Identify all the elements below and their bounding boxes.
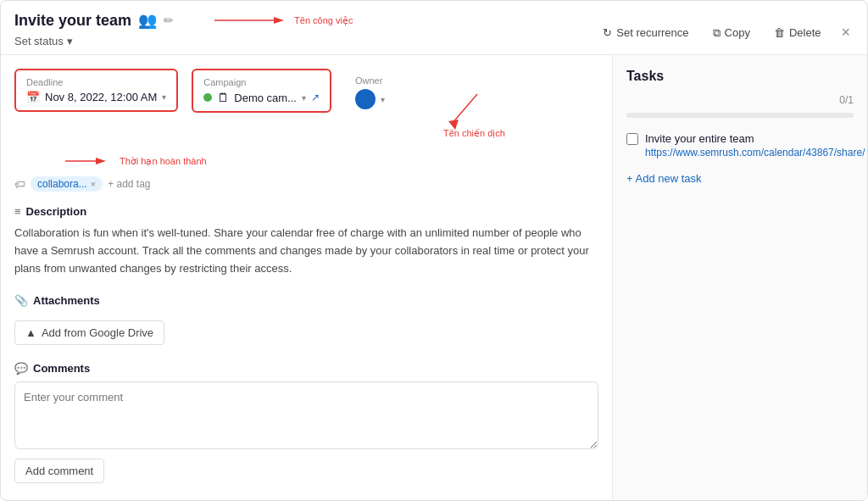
add-tag-button[interactable]: + add tag	[108, 178, 150, 190]
chevron-down-icon: ▾	[67, 35, 73, 47]
attachments-header: 📎 Attachments	[14, 294, 598, 307]
meta-row: Deadline 📅 Nov 8, 2022, 12:00 AM ▾ Campa…	[14, 69, 598, 139]
comment-icon: 💬	[14, 362, 28, 375]
close-button[interactable]: ×	[837, 20, 854, 45]
svg-line-2	[452, 94, 477, 124]
header-left: Invite your team 👥 ✏ Tên công việc Set s…	[14, 11, 353, 54]
recurrence-icon: ↻	[603, 26, 612, 39]
tag-icon: 🏷	[14, 178, 25, 191]
description-text: Collaboration is fun when it's well-tune…	[14, 225, 598, 277]
tag-remove-button[interactable]: ×	[91, 179, 96, 189]
description-section: ≡ Description Collaboration is fun when …	[14, 205, 598, 277]
comments-header: 💬 Comments	[14, 362, 598, 375]
tasks-title: Tasks	[626, 69, 854, 84]
campaign-value[interactable]: 🗒 Demo cam... ▾ ↗	[203, 91, 320, 104]
campaign-field: Campaign 🗒 Demo cam... ▾ ↗	[192, 69, 331, 113]
header-right: ↻ Set recurrence ⧉ Copy 🗑 Delete ×	[596, 20, 854, 45]
description-header: ≡ Description	[14, 205, 598, 218]
campaign-chevron-icon: ▾	[302, 93, 306, 103]
task-link[interactable]: https://www.semrush.com/calendar/43867/s…	[645, 147, 865, 159]
add-comment-button[interactable]: Add comment	[14, 459, 104, 483]
annotation-deadline-container: Thời hạn hoàn thành	[65, 153, 598, 170]
status-row: Set status ▾	[14, 33, 353, 54]
campaign-emoji: 🗒	[217, 91, 229, 104]
task-text: Invite your entire team	[645, 131, 865, 147]
title-row: Invite your team 👥 ✏ Tên công việc	[14, 11, 353, 30]
modal-container: Invite your team 👥 ✏ Tên công việc Set s…	[0, 0, 868, 501]
avatar	[355, 89, 376, 109]
progress-bar-container	[626, 113, 854, 118]
calendar-icon: 📅	[26, 91, 40, 103]
copy-button[interactable]: ⧉ Copy	[706, 23, 757, 43]
annotation-arrow-deadline	[65, 153, 116, 170]
trash-icon: 🗑	[774, 26, 785, 39]
task-checkbox[interactable]	[626, 133, 638, 145]
svg-marker-5	[96, 158, 106, 164]
external-link-icon[interactable]: ↗	[311, 92, 320, 103]
paperclip-icon: 📎	[14, 294, 28, 307]
right-panel: Tasks 0/1 Invite your entire team https:…	[613, 55, 867, 500]
deadline-chevron-icon: ▾	[162, 92, 166, 102]
green-status-dot	[203, 93, 212, 102]
copy-icon: ⧉	[713, 26, 721, 40]
tags-row: 🏷 collabora... × + add tag	[14, 176, 598, 192]
add-google-drive-button[interactable]: ▲ Add from Google Drive	[14, 320, 164, 345]
modal-body: Deadline 📅 Nov 8, 2022, 12:00 AM ▾ Campa…	[1, 55, 867, 500]
task-item: Invite your entire team https://www.semr…	[626, 131, 854, 159]
modal-header: Invite your team 👥 ✏ Tên công việc Set s…	[1, 1, 867, 55]
owner-field: Owner ▾	[345, 69, 413, 116]
attachments-section: 📎 Attachments ▲ Add from Google Drive	[14, 294, 598, 345]
annotation-ten-cong-viec: Tên công việc	[214, 14, 353, 27]
task-content: Invite your entire team https://www.semr…	[645, 131, 865, 159]
deadline-value[interactable]: 📅 Nov 8, 2022, 12:00 AM ▾	[26, 91, 166, 103]
owner-chevron-icon: ▾	[381, 95, 385, 104]
svg-marker-1	[274, 17, 284, 24]
set-recurrence-button[interactable]: ↻ Set recurrence	[596, 23, 695, 42]
comment-input[interactable]	[14, 381, 598, 449]
task-title: Invite your team	[14, 12, 131, 30]
deadline-field: Deadline 📅 Nov 8, 2022, 12:00 AM ▾	[14, 69, 178, 112]
edit-icon[interactable]: ✏	[164, 14, 174, 27]
owner-value[interactable]: ▾	[355, 89, 403, 109]
left-panel: Deadline 📅 Nov 8, 2022, 12:00 AM ▾ Campa…	[1, 55, 613, 500]
add-new-task-button[interactable]: + Add new task	[626, 169, 702, 188]
description-icon: ≡	[14, 205, 21, 218]
team-icon: 👥	[138, 11, 157, 30]
tag-collabora: collabora... ×	[31, 176, 103, 192]
annotation-campaign-container: Tên chiến dịch	[443, 94, 511, 139]
drive-icon: ▲	[25, 326, 36, 339]
comments-section: 💬 Comments Add comment	[14, 362, 598, 483]
task-progress: 0/1	[626, 94, 854, 106]
set-status-button[interactable]: Set status ▾	[14, 33, 73, 54]
delete-button[interactable]: 🗑 Delete	[767, 23, 828, 42]
